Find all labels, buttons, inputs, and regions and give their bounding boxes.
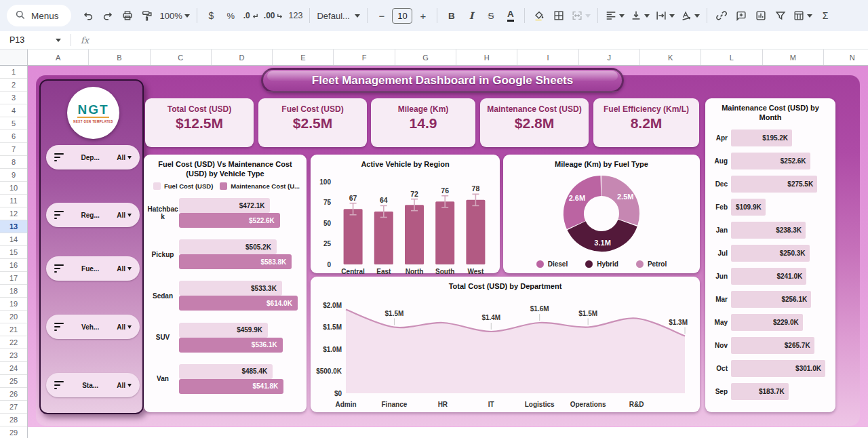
menus-button[interactable]: Menus: [7, 5, 71, 26]
decrease-decimal-button[interactable]: .0: [241, 7, 260, 25]
empty-rows-area[interactable]: [28, 427, 868, 438]
bold-button[interactable]: B: [442, 7, 460, 25]
slicer-reg[interactable]: Reg...All: [46, 203, 140, 227]
formula-input[interactable]: [94, 31, 868, 49]
column-header-B[interactable]: B: [89, 49, 150, 65]
row-header-8[interactable]: 8: [0, 156, 27, 169]
select-all-corner[interactable]: [0, 49, 28, 65]
slicer-sta[interactable]: Sta...All: [46, 373, 140, 397]
row-header-29[interactable]: 29: [0, 426, 27, 438]
column-header-H[interactable]: H: [456, 49, 517, 65]
slicer-value[interactable]: All: [117, 154, 132, 161]
row-header-20[interactable]: 20: [0, 311, 27, 323]
strikethrough-button[interactable]: S: [481, 7, 500, 25]
column-header-G[interactable]: G: [395, 49, 456, 65]
row-header-5[interactable]: 5: [0, 117, 27, 130]
functions-button[interactable]: Σ: [816, 7, 834, 25]
insert-comment-button[interactable]: [732, 7, 750, 25]
row-header-13[interactable]: 13: [0, 220, 27, 233]
format-currency-button[interactable]: $: [202, 7, 220, 25]
column-header-F[interactable]: F: [334, 49, 395, 65]
row-header-21[interactable]: 21: [0, 323, 27, 336]
slicer-value[interactable]: All: [117, 382, 132, 389]
chart-title: Total Cost (USD) by Department: [311, 277, 700, 293]
chart-active-vehicle-by-region[interactable]: Active Vehicle by Region 100755025067Cen…: [311, 155, 500, 273]
borders-button[interactable]: [549, 7, 568, 25]
sheet-canvas[interactable]: Fleet Management Dashboard in Google She…: [28, 66, 868, 438]
row-header-19[interactable]: 19: [0, 298, 27, 311]
slicer-dep[interactable]: Dep...All: [46, 145, 140, 170]
column-header-E[interactable]: E: [273, 49, 334, 65]
column-header-D[interactable]: D: [212, 49, 273, 65]
undo-button[interactable]: [79, 7, 98, 25]
text-wrapping-button[interactable]: [653, 7, 677, 25]
text-color-button[interactable]: A: [501, 7, 519, 25]
column-header-N[interactable]: N: [824, 49, 868, 65]
slicer-value[interactable]: All: [117, 323, 132, 331]
row-header-26[interactable]: 26: [0, 388, 27, 401]
create-filter-button[interactable]: [771, 7, 789, 25]
row-header-23[interactable]: 23: [0, 349, 27, 362]
chart-fuel-vs-maintenance[interactable]: Fuel Cost (USD) Vs Maintenance Cost (USD…: [144, 155, 307, 412]
zoom-select[interactable]: 100%: [158, 7, 192, 25]
svg-text:0: 0: [327, 260, 331, 268]
font-size-input[interactable]: 10: [392, 8, 412, 24]
chart-mileage-by-fuel-type[interactable]: Mileage (Km) by Fuel Type 2.5M3.1M2.6M D…: [503, 155, 700, 273]
svg-text:Operations: Operations: [570, 401, 606, 408]
kpi-value: 8.2M: [631, 115, 663, 132]
insert-link-button[interactable]: [712, 7, 730, 25]
slicer-value[interactable]: All: [117, 212, 132, 219]
row-header-15[interactable]: 15: [0, 246, 27, 259]
column-header-I[interactable]: I: [517, 49, 578, 65]
slicer-fue[interactable]: Fue...All: [46, 256, 140, 281]
row-header-28[interactable]: 28: [0, 414, 27, 426]
filter-views-button[interactable]: [791, 7, 814, 25]
row-header-7[interactable]: 7: [0, 143, 27, 156]
row-header-17[interactable]: 17: [0, 272, 27, 285]
row-header-1[interactable]: 1: [0, 66, 27, 79]
text-rotation-button[interactable]: [678, 7, 702, 25]
italic-button[interactable]: I: [462, 7, 480, 25]
slicer-value[interactable]: All: [117, 265, 132, 273]
row-header-2[interactable]: 2: [0, 79, 27, 92]
row-header-10[interactable]: 10: [0, 182, 27, 195]
horizontal-align-button[interactable]: [603, 7, 627, 25]
row-header-14[interactable]: 14: [0, 233, 27, 246]
column-header-K[interactable]: K: [640, 49, 701, 65]
row-header-12[interactable]: 12: [0, 207, 27, 220]
row-header-25[interactable]: 25: [0, 375, 27, 388]
chart-total-cost-by-department[interactable]: Total Cost (USD) by Department $2.0M$1.5…: [311, 277, 700, 412]
kpi-label: Maintenance Cost (USD): [487, 104, 581, 114]
row-header-11[interactable]: 11: [0, 195, 27, 207]
vertical-align-button[interactable]: [628, 7, 652, 25]
fill-color-button[interactable]: [530, 7, 548, 25]
row-header-9[interactable]: 9: [0, 169, 27, 182]
row-header-6[interactable]: 6: [0, 130, 27, 143]
svg-text:Central: Central: [341, 268, 365, 275]
row-header-3[interactable]: 3: [0, 92, 27, 104]
column-header-L[interactable]: L: [701, 49, 762, 65]
paint-format-button[interactable]: [138, 7, 157, 25]
format-percent-button[interactable]: %: [222, 7, 240, 25]
name-box[interactable]: P13: [0, 35, 66, 45]
decrease-font-size-button[interactable]: −: [372, 7, 391, 25]
column-header-A[interactable]: A: [28, 49, 89, 65]
slicer-veh[interactable]: Veh...All: [46, 315, 140, 339]
font-select[interactable]: Defaul...: [315, 7, 362, 25]
column-header-C[interactable]: C: [151, 49, 212, 65]
row-header-24[interactable]: 24: [0, 362, 27, 375]
print-button[interactable]: [119, 7, 137, 25]
row-header-27[interactable]: 27: [0, 401, 27, 414]
row-header-18[interactable]: 18: [0, 285, 27, 298]
column-header-M[interactable]: M: [763, 49, 824, 65]
chart-maintenance-cost-by-month[interactable]: Maintenance Cost (USD) by Month Apr$195.…: [705, 98, 835, 412]
row-header-16[interactable]: 16: [0, 259, 27, 272]
number-format-button[interactable]: 123: [286, 7, 304, 25]
row-header-4[interactable]: 4: [0, 104, 27, 117]
increase-decimal-button[interactable]: .00: [262, 7, 285, 25]
column-header-J[interactable]: J: [579, 49, 640, 65]
increase-font-size-button[interactable]: +: [414, 7, 432, 25]
row-header-22[interactable]: 22: [0, 336, 27, 349]
insert-chart-button[interactable]: [751, 7, 770, 25]
redo-button[interactable]: [99, 7, 117, 25]
